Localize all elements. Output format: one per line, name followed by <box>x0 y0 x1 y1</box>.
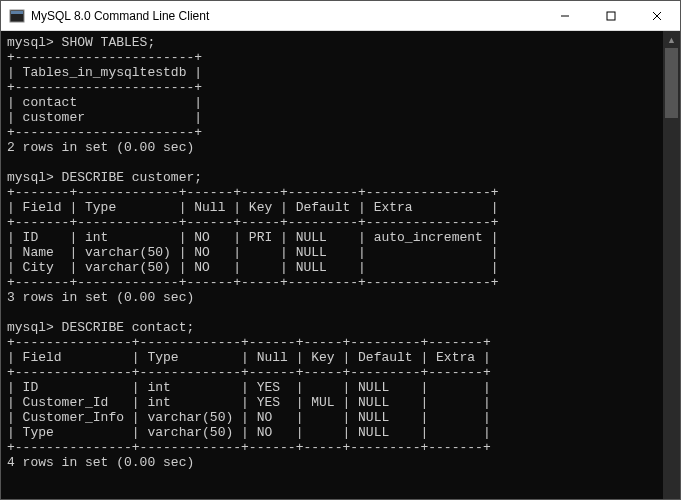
minimize-button[interactable] <box>542 1 588 30</box>
close-button[interactable] <box>634 1 680 30</box>
app-icon <box>9 8 25 24</box>
svg-rect-1 <box>11 11 23 14</box>
window-title: MySQL 8.0 Command Line Client <box>31 9 542 23</box>
scroll-up-arrow[interactable]: ▲ <box>663 31 680 48</box>
titlebar: MySQL 8.0 Command Line Client <box>1 1 680 31</box>
window-controls <box>542 1 680 30</box>
maximize-button[interactable] <box>588 1 634 30</box>
scroll-thumb[interactable] <box>665 48 678 118</box>
terminal-container: mysql> SHOW TABLES; +-------------------… <box>1 31 680 499</box>
terminal-output[interactable]: mysql> SHOW TABLES; +-------------------… <box>1 31 663 499</box>
app-window: MySQL 8.0 Command Line Client mysql> SHO… <box>0 0 681 500</box>
vertical-scrollbar[interactable]: ▲ <box>663 31 680 499</box>
svg-rect-3 <box>607 12 615 20</box>
